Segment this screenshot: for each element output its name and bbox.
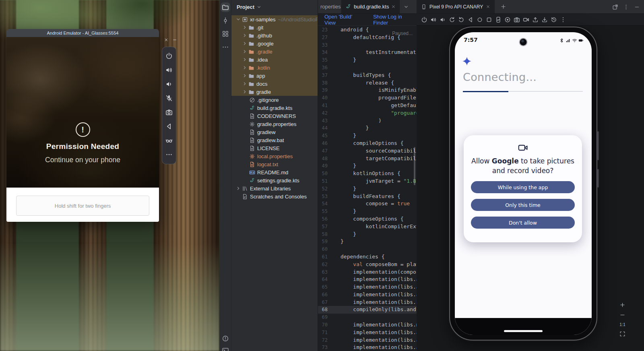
code-line[interactable]: 48 targetCompatibility (318, 155, 417, 163)
home-icon[interactable] (477, 17, 483, 23)
tree-item-settings-gradle-kts[interactable]: settings.gradle.kts (231, 176, 318, 184)
code-line[interactable]: 60 (318, 246, 417, 253)
code-line[interactable]: 66 implementation(libs.andr (318, 291, 417, 299)
code-line[interactable]: 54 compose = true (318, 200, 417, 208)
phone-screen[interactable]: 7:57 Connecting... Allow Google to take … (455, 32, 592, 335)
line-number[interactable]: 51 (318, 178, 328, 185)
emulator-title-bar[interactable]: Android Emulator - AI_Glasses:5554 (6, 29, 159, 37)
line-number[interactable]: 58 (318, 231, 328, 238)
line-number[interactable]: 50 (318, 170, 328, 178)
line-number[interactable]: 23 (318, 26, 328, 34)
code-line[interactable]: 58 } (318, 231, 417, 238)
camera-icon[interactable] (514, 17, 520, 23)
line-number[interactable]: 64 (318, 276, 328, 283)
line-number[interactable]: 54 (318, 200, 328, 208)
code-line[interactable]: 72 implementation(libs.andr (318, 337, 417, 344)
code-line[interactable]: 40 proguardFiles( (318, 94, 417, 102)
line-number[interactable]: 43 (318, 117, 328, 125)
code-line[interactable]: 41 getDefaultPr (318, 102, 417, 109)
code-line[interactable]: 38 release { (318, 79, 417, 87)
tab-pixel-9-pro-api-canary[interactable]: Pixel 9 Pro API CANARY (417, 0, 495, 13)
tree-item--git[interactable]: .git (231, 23, 318, 31)
line-number[interactable]: 68 (318, 306, 328, 314)
line-number[interactable]: 73 (318, 344, 328, 351)
problems-icon[interactable] (222, 335, 229, 342)
tree-item-gradle[interactable]: gradle (231, 88, 318, 96)
line-number[interactable]: 55 (318, 208, 328, 215)
zoom-out-icon[interactable] (619, 312, 625, 318)
more-h-icon[interactable] (222, 43, 229, 51)
line-number[interactable]: 69 (318, 314, 328, 321)
tab-gradle-properties[interactable]: roperties (318, 0, 341, 13)
tree-item-logcat-txt[interactable]: logcat.txt (231, 160, 318, 168)
permission-button[interactable]: Don't allow (471, 217, 575, 229)
chevron-right-icon[interactable] (242, 57, 248, 62)
code-line[interactable]: 44 } (318, 124, 417, 132)
tree-item-gradlew-bat[interactable]: gradlew.bat (231, 136, 318, 144)
line-number[interactable]: 40 (318, 94, 328, 102)
project-panel-header[interactable]: Project (231, 0, 318, 14)
chevron-right-icon[interactable] (242, 65, 248, 70)
chevron-down-icon[interactable] (256, 4, 262, 10)
tree-item-gradlew[interactable]: gradlew (231, 128, 318, 136)
tree-item--github[interactable]: .github (231, 31, 318, 39)
screenshot-icon[interactable] (495, 17, 502, 23)
line-number[interactable]: 63 (318, 268, 328, 276)
download-icon[interactable] (541, 17, 548, 23)
tab-build-gradle-kts[interactable]: build.gradle.kts (341, 0, 400, 13)
glasses-icon[interactable] (165, 137, 173, 144)
more-h-icon[interactable] (165, 151, 173, 158)
line-number[interactable]: 36 (318, 64, 328, 72)
code-line[interactable]: 67 implementation(libs.kotl (318, 299, 417, 306)
chevron-right-icon[interactable] (242, 25, 248, 30)
code-line[interactable]: 47 sourceCompatibility (318, 147, 417, 155)
structure-icon[interactable] (222, 30, 229, 37)
line-number[interactable]: 60 (318, 246, 328, 253)
upload-icon[interactable] (532, 17, 539, 23)
code-line[interactable]: 53 buildFeatures { (318, 193, 417, 200)
line-number[interactable]: 47 (318, 147, 328, 155)
chevron-right-icon[interactable] (242, 41, 248, 46)
line-number[interactable]: 38 (318, 79, 328, 87)
chevron-right-icon[interactable] (242, 33, 248, 38)
code-line[interactable]: 61dependencies { (318, 253, 417, 261)
line-number[interactable]: 35 (318, 56, 328, 64)
tree-item-docs[interactable]: docs (231, 80, 318, 88)
tree-item-xr-samples[interactable]: xr-samples~/AndroidStudioProje (231, 15, 318, 23)
line-number[interactable]: 53 (318, 193, 328, 200)
code-line[interactable]: 63 implementation(composeBo (318, 268, 417, 276)
chevron-right-icon[interactable] (242, 81, 248, 87)
mic-off-icon[interactable] (165, 95, 173, 102)
line-number[interactable]: 41 (318, 102, 328, 109)
line-number[interactable]: 33 (318, 41, 328, 49)
show-log-in-finder-link[interactable]: Show Log in Finder (373, 14, 417, 26)
close-tab-icon[interactable] (391, 4, 396, 9)
tree-item-external-libraries[interactable]: External Libraries (231, 184, 318, 192)
line-number[interactable]: 66 (318, 291, 328, 299)
minimize-icon[interactable] (172, 37, 177, 42)
code-line[interactable]: 39 isMinifyEnabled (318, 87, 417, 94)
line-number[interactable]: 39 (318, 87, 328, 94)
line-number[interactable]: 57 (318, 223, 328, 231)
line-number[interactable]: 72 (318, 337, 328, 344)
line-number[interactable]: 70 (318, 321, 328, 329)
line-number[interactable]: 56 (318, 215, 328, 223)
home-indicator[interactable] (504, 330, 543, 332)
tree-item-readme-md[interactable]: README.md (231, 168, 318, 176)
line-number[interactable]: 71 (318, 329, 328, 337)
code-line[interactable]: 55 } (318, 208, 417, 215)
overview-icon[interactable] (486, 17, 492, 23)
tree-item-app[interactable]: app (231, 72, 318, 80)
code-line[interactable]: 59} (318, 238, 417, 246)
volume-up-icon[interactable] (165, 66, 173, 74)
tree-item-local-properties[interactable]: local.properties (231, 152, 318, 160)
code-line[interactable]: 51 jvmTarget = "1.8" (318, 178, 417, 185)
line-number[interactable]: 34 (318, 49, 328, 56)
code-line[interactable]: 45 } (318, 132, 417, 140)
line-number[interactable]: 42 (318, 109, 328, 117)
code-line[interactable]: 62 val composeBom = platfor (318, 261, 417, 268)
line-number[interactable]: 61 (318, 253, 328, 261)
chevron-down-icon[interactable] (235, 17, 241, 22)
chevron-right-icon[interactable] (235, 186, 241, 191)
restore-icon[interactable] (551, 17, 557, 23)
